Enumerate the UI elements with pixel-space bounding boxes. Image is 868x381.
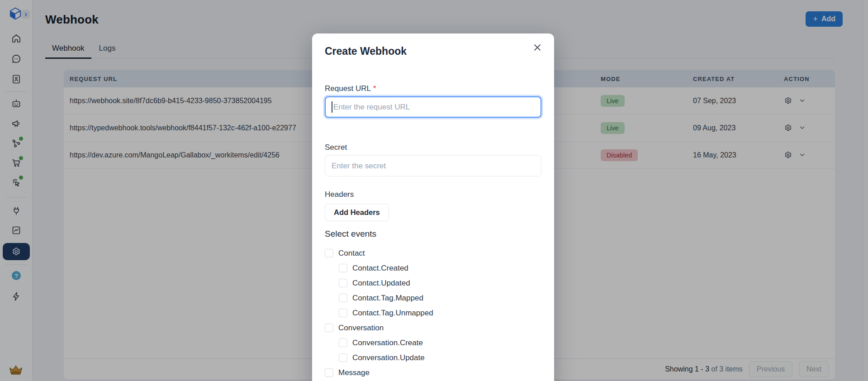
add-headers-button[interactable]: Add Headers [325, 204, 389, 221]
event-label: Contact [338, 249, 365, 258]
event-label: Contact.Tag.Unmapped [352, 309, 433, 318]
close-icon[interactable] [532, 43, 542, 52]
event-checkbox[interactable] [339, 264, 347, 272]
event-label: Conversation.Update [352, 353, 425, 362]
event-checkbox[interactable] [339, 309, 347, 317]
event-checkbox[interactable] [339, 279, 347, 287]
create-webhook-modal: Create Webhook Request URL* Secret Heade… [312, 33, 554, 381]
event-item-message: Message [325, 367, 541, 381]
headers-label: Headers [325, 190, 354, 199]
event-item-conversation: Conversation [325, 323, 541, 338]
event-item-conversation-update: Conversation.Update [339, 352, 541, 367]
modal-title: Create Webhook [325, 45, 407, 57]
event-item-contact-tag-mapped: Contact.Tag.Mapped [339, 293, 541, 308]
event-checkbox[interactable] [325, 249, 333, 257]
request-url-input[interactable] [325, 96, 541, 118]
event-checkbox[interactable] [339, 294, 347, 302]
event-item-contact: Contact [325, 248, 541, 263]
events-list: Contact Contact.Created Contact.Updated … [325, 248, 541, 381]
secret-input[interactable] [325, 155, 541, 176]
required-asterisk: * [373, 84, 376, 93]
event-label: Conversation [338, 324, 384, 333]
event-item-contact-created: Contact.Created [339, 263, 541, 278]
event-label: Message [338, 368, 370, 377]
request-url-label: Request URL* [325, 84, 376, 93]
event-label: Contact.Created [352, 264, 408, 273]
app-window: ? Webhook + Add Webhook Logs REQUEST URL… [0, 0, 868, 381]
select-events-heading: Select events [325, 229, 376, 239]
event-item-conversation-create: Conversation.Create [339, 338, 541, 352]
event-item-contact-updated: Contact.Updated [339, 278, 541, 293]
event-checkbox[interactable] [325, 324, 333, 332]
event-label: Conversation.Create [352, 338, 423, 348]
text-caret [332, 101, 332, 113]
event-checkbox[interactable] [339, 353, 347, 362]
event-label: Contact.Updated [352, 279, 410, 288]
secret-label: Secret [325, 143, 347, 152]
event-checkbox[interactable] [339, 338, 347, 347]
event-checkbox[interactable] [325, 368, 333, 377]
event-label: Contact.Tag.Mapped [352, 294, 423, 303]
event-item-contact-tag-unmapped: Contact.Tag.Unmapped [339, 308, 541, 323]
